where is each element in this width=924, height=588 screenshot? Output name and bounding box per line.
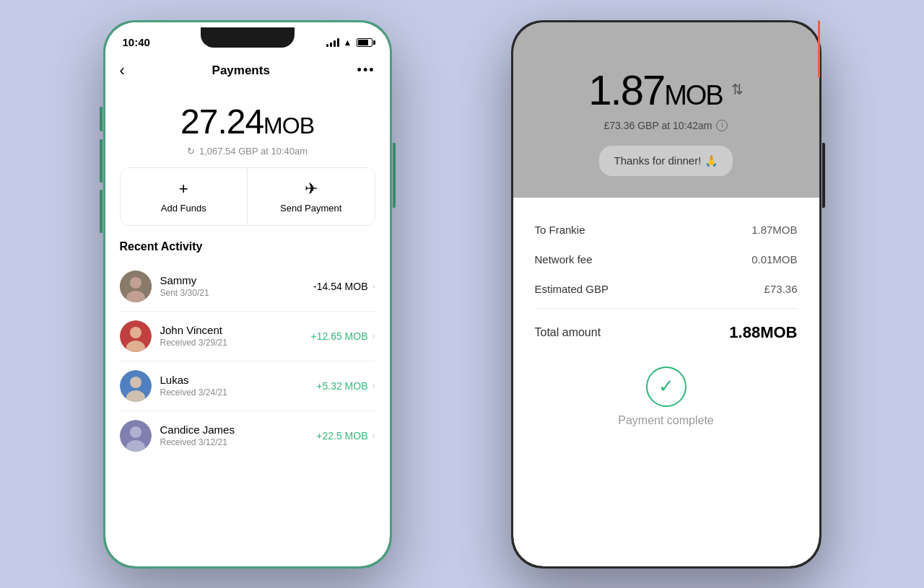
activity-list: Sammy Sent 3/30/21 -14.54 MOB › [105, 262, 390, 460]
power-button [822, 143, 825, 208]
chevron-right-icon: › [372, 381, 375, 391]
payment-amount: 1.87MOB [588, 66, 722, 114]
to-frankie-value: 1.87MOB [751, 224, 797, 236]
power-button [393, 143, 396, 208]
send-payment-button[interactable]: ✈ Send Payment [248, 168, 375, 225]
accent-stripe [818, 20, 820, 78]
list-item[interactable]: Lukas Received 3/24/21 +5.32 MOB › [120, 361, 375, 411]
activity-info: John Vincent Received 3/29/21 [160, 324, 302, 348]
payment-detail-fee: Network fee 0.01MOB [535, 245, 798, 274]
scene: 10:40 ▲ [0, 0, 924, 588]
network-fee-label: Network fee [535, 253, 593, 266]
avatar [120, 420, 152, 452]
status-icons: ▲ [326, 38, 372, 48]
transaction-amount: -14.54 MOB [313, 281, 367, 292]
notch [201, 27, 295, 48]
battery-icon [357, 38, 372, 47]
transaction-name: John Vincent [160, 324, 302, 336]
transaction-date: Received 3/29/21 [160, 338, 302, 348]
chevron-right-icon: › [372, 331, 375, 341]
transaction-amount: +22.5 MOB [316, 430, 367, 442]
transaction-amount: +12.65 MOB [311, 330, 368, 342]
payment-detail-gbp: Estimated GBP £73.36 [535, 274, 798, 304]
status-time: 10:40 [123, 36, 150, 48]
total-amount-label: Total amount [535, 326, 601, 339]
checkmark-icon: ✓ [658, 375, 674, 398]
payment-gbp-row: £73.36 GBP at 10:42am i [535, 120, 798, 131]
activity-amount: +22.5 MOB › [316, 430, 375, 442]
action-buttons: + Add Funds ✈ Send Payment [120, 167, 375, 226]
volume-mute-button [100, 107, 103, 131]
phone-payments: 10:40 ▲ [103, 20, 392, 569]
info-icon[interactable]: i [716, 120, 728, 131]
transaction-name: Sammy [160, 274, 305, 286]
avatar [120, 320, 152, 352]
list-item[interactable]: John Vincent Received 3/29/21 +12.65 MOB… [120, 312, 375, 361]
more-button[interactable]: ••• [357, 63, 375, 78]
wifi-icon: ▲ [344, 38, 352, 48]
phone-payment-complete: 1.87MOB ⇅ £73.36 GBP at 10:42am i Thanks… [511, 20, 821, 569]
chevron-right-icon: › [372, 281, 375, 291]
list-item[interactable]: Sammy Sent 3/30/21 -14.54 MOB › [120, 262, 375, 312]
signal-icon [326, 38, 339, 47]
back-button[interactable]: ‹ [120, 61, 125, 80]
transaction-name: Lukas [160, 374, 308, 386]
divider [535, 308, 798, 309]
svg-point-1 [130, 277, 141, 289]
transaction-date: Sent 3/30/21 [160, 288, 305, 298]
add-funds-button[interactable]: + Add Funds [121, 168, 248, 225]
svg-point-7 [130, 377, 141, 388]
recent-activity-header: Recent Activity [105, 240, 390, 262]
chevron-right-icon: › [372, 431, 375, 441]
activity-amount: -14.54 MOB › [313, 281, 375, 292]
sort-icon[interactable]: ⇅ [731, 81, 744, 98]
checkmark-circle: ✓ [646, 367, 687, 407]
total-amount-value: 1.88MOB [729, 323, 797, 342]
balance-amount: 27.24MOB [120, 102, 375, 141]
send-payment-label: Send Payment [280, 203, 341, 214]
transaction-date: Received 3/24/21 [160, 387, 308, 398]
payment-complete-area: ✓ Payment complete [535, 352, 798, 434]
avatar [120, 271, 152, 302]
payment-bottom-section: To Frankie 1.87MOB Network fee 0.01MOB E… [513, 198, 819, 449]
payment-detail-to: To Frankie 1.87MOB [535, 215, 798, 245]
avatar [120, 370, 152, 402]
svg-point-10 [130, 426, 141, 438]
page-title: Payments [212, 63, 270, 78]
activity-info: Sammy Sent 3/30/21 [160, 274, 305, 298]
transaction-amount: +5.32 MOB [316, 380, 367, 392]
activity-amount: +5.32 MOB › [316, 380, 375, 392]
send-icon: ✈ [305, 180, 318, 198]
payment-amount-row: 1.87MOB ⇅ [535, 66, 798, 114]
volume-down-button [100, 190, 103, 233]
activity-amount: +12.65 MOB › [311, 330, 375, 342]
list-item[interactable]: Candice James Received 3/12/21 +22.5 MOB… [120, 411, 375, 460]
to-frankie-label: To Frankie [535, 224, 585, 236]
balance-area: 27.24MOB ↻ 1,067.54 GBP at 10:40am [105, 87, 390, 167]
payment-message: Thanks for dinner! 🙏 [599, 146, 732, 176]
transaction-date: Received 3/12/21 [160, 437, 308, 447]
refresh-icon[interactable]: ↻ [187, 146, 195, 157]
estimated-gbp-value: £73.36 [764, 283, 798, 295]
activity-info: Candice James Received 3/12/21 [160, 424, 308, 447]
network-fee-value: 0.01MOB [751, 253, 797, 266]
transaction-name: Candice James [160, 424, 308, 436]
payment-total-row: Total amount 1.88MOB [535, 313, 798, 352]
activity-info: Lukas Received 3/24/21 [160, 374, 308, 398]
estimated-gbp-label: Estimated GBP [535, 283, 609, 295]
app-header: ‹ Payments ••• [105, 54, 390, 87]
payment-top-section: 1.87MOB ⇅ £73.36 GBP at 10:42am i Thanks… [513, 22, 819, 198]
volume-up-button [100, 139, 103, 183]
plus-icon: + [179, 180, 188, 198]
svg-point-4 [130, 327, 141, 338]
balance-sub: ↻ 1,067.54 GBP at 10:40am [120, 146, 375, 157]
payment-complete-label: Payment complete [618, 414, 714, 427]
add-funds-label: Add Funds [161, 203, 206, 214]
